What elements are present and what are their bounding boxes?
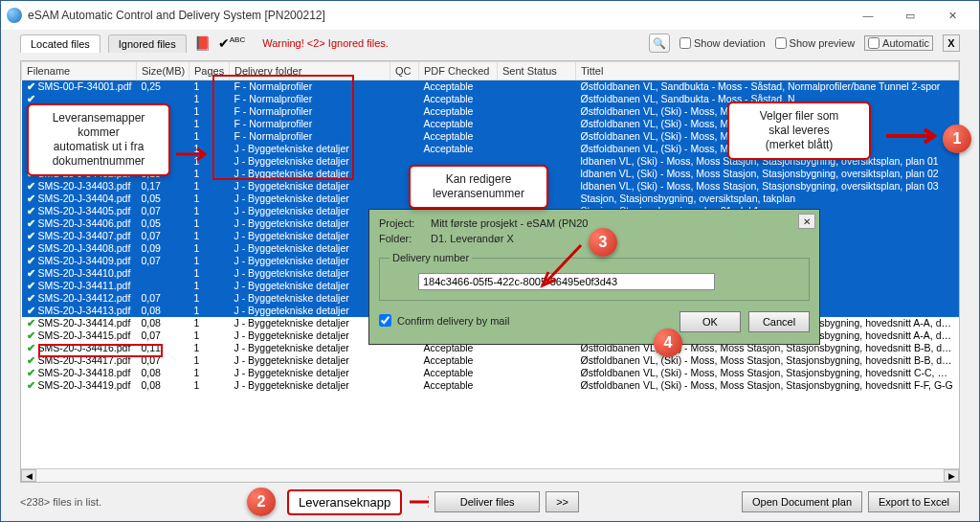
table-row[interactable]: ✔ SMS-00-F-34001.pdf0,251F - Normalprofi… xyxy=(22,80,959,94)
table-row[interactable]: ✔ SMS-20-J-34418.pdf0,081J - Byggeteknis… xyxy=(22,367,959,379)
cell-filename: ✔ SMS-20-J-34415.pdf xyxy=(22,329,137,342)
tab-ignored-files[interactable]: Ignored files xyxy=(108,34,187,53)
col-qc[interactable]: QC xyxy=(390,62,419,80)
open-document-plan-button[interactable]: Open Document plan xyxy=(742,491,862,512)
cell-filename: ✔ SMS-20-J-34419.pdf xyxy=(22,379,137,392)
cell-filename: ✔ SMS-20-J-34417.pdf xyxy=(22,354,137,367)
delivery-dialog: ✕ Project:Mitt første prosjekt - eSAM (P… xyxy=(368,209,820,345)
confirm-mail-label: Confirm delivery by mail xyxy=(397,315,509,327)
pdf-icon[interactable]: 📕 xyxy=(194,35,211,51)
callout-number-4: 4 xyxy=(654,329,682,357)
cell-filename: ✔ SMS-20-J-34407.pdf xyxy=(22,230,137,242)
app-icon xyxy=(7,8,22,23)
cell-filename: ✔ SMS-20-J-34414.pdf xyxy=(22,317,137,329)
warning-text: Warning! <2> Ignored files. xyxy=(262,37,389,49)
minimize-button[interactable]: — xyxy=(847,1,889,30)
cell-filename: ✔ SMS-20-J-34406.pdf xyxy=(22,217,137,230)
table-row[interactable]: ✔ SMS-20-J-34419.pdf0,081J - Byggeteknis… xyxy=(22,379,959,392)
folder-label: Folder: xyxy=(379,233,425,244)
table-row[interactable]: ✔ SMS-20-J-34417.pdf0,071J - Byggeteknis… xyxy=(22,354,959,367)
deliver-files-button[interactable]: Deliver files xyxy=(434,491,540,512)
title-bar: eSAM Automatic Control and Delivery Syst… xyxy=(1,1,979,30)
col-delivery-folder[interactable]: Delivery folder xyxy=(230,62,390,80)
cell-filename: ✔ SMS-20-J-34411.pdf xyxy=(22,280,137,292)
callout-leveransemapper: Leveransemapperkommerautomatisk ut i fra… xyxy=(27,103,170,176)
tab-located-files[interactable]: Located files xyxy=(20,34,100,53)
col-pdf-checked[interactable]: PDF Checked xyxy=(419,62,498,80)
close-button[interactable]: ✕ xyxy=(931,1,973,30)
callout-leveransemapper-text: Leveransemapperkommerautomatisk ut i fra… xyxy=(53,111,145,168)
horizontal-scrollbar[interactable]: ◀ ▶ xyxy=(21,468,959,482)
show-preview-checkbox[interactable]: Show preview xyxy=(775,37,855,49)
dialog-close-button[interactable]: ✕ xyxy=(798,214,815,229)
col-pages[interactable]: Pages xyxy=(189,62,230,80)
callout-number-3: 3 xyxy=(589,228,617,257)
cell-filename: ✔ SMS-20-J-34408.pdf xyxy=(22,242,137,255)
col-size-mb-[interactable]: Size(MB) xyxy=(137,62,189,80)
cell-filename: ✔ SMS-20-J-34418.pdf xyxy=(22,367,137,379)
export-to-excel-button[interactable]: Export to Excel xyxy=(868,491,960,512)
window-title: eSAM Automatic Control and Delivery Syst… xyxy=(28,9,325,22)
scroll-left-button[interactable]: ◀ xyxy=(21,469,36,482)
project-value: Mitt første prosjekt - eSAM (PN20 xyxy=(431,217,588,229)
cell-filename: ✔ SMS-20-J-34410.pdf xyxy=(22,267,137,280)
show-preview-label: Show preview xyxy=(790,37,855,49)
cell-filename: ✔ SMS-20-J-34405.pdf xyxy=(22,205,137,217)
app-window: eSAM Automatic Control and Delivery Syst… xyxy=(0,0,980,522)
callout-velger-filer: Velger filer somskal leveres(merket blåt… xyxy=(727,102,871,160)
callout-number-2: 2 xyxy=(247,488,276,516)
spellcheck-icon[interactable]: ✔ABC xyxy=(218,35,245,51)
col-tittel[interactable]: Tittel xyxy=(576,62,959,80)
cell-filename: ✔ SMS-20-J-34409.pdf xyxy=(22,255,137,267)
show-deviation-checkbox[interactable]: Show deviation xyxy=(679,37,766,49)
dialog-cancel-button[interactable]: Cancel xyxy=(748,311,810,332)
cell-filename: ✔ SMS-20-J-34404.pdf xyxy=(22,193,137,205)
folder-value: D1. Leverandør X xyxy=(431,233,514,244)
delivery-number-fieldset: Delivery number xyxy=(379,252,810,301)
cell-filename: ✔ SMS-20-J-34412.pdf xyxy=(22,292,137,305)
file-count: <238> files in list. xyxy=(20,496,101,508)
col-sent-status[interactable]: Sent Status xyxy=(498,62,576,80)
automatic-label: Automatic xyxy=(882,37,929,49)
automatic-checkbox[interactable]: Automatic xyxy=(864,35,933,51)
dialog-ok-button[interactable]: OK xyxy=(679,311,741,332)
cell-filename: ✔ SMS-20-J-34416.pdf xyxy=(22,342,137,354)
callout-redigere-text: Kan redigereleveransenummer xyxy=(433,172,524,200)
close-panel-button[interactable]: X xyxy=(943,34,960,52)
callout-velger-filer-text: Velger filer somskal leveres(merket blåt… xyxy=(760,109,839,151)
next-button[interactable]: >> xyxy=(546,491,579,512)
scroll-right-button[interactable]: ▶ xyxy=(944,469,959,482)
footer: <238> files in list. 2 Leveranseknapp De… xyxy=(1,483,979,521)
project-label: Project: xyxy=(379,217,425,229)
confirm-mail-checkbox[interactable] xyxy=(379,314,391,327)
callout-number-1: 1 xyxy=(943,125,971,153)
col-filename[interactable]: Filename xyxy=(22,62,137,80)
callout-leveranseknapp: Leveranseknapp xyxy=(287,489,402,515)
search-icon[interactable]: 🔍 xyxy=(649,34,670,53)
show-deviation-label: Show deviation xyxy=(694,37,766,49)
table-header-row: FilenameSize(MB)PagesDelivery folderQCPD… xyxy=(22,62,959,80)
delivery-number-legend: Delivery number xyxy=(390,252,472,263)
toolbar: Located files Ignored files 📕 ✔ABC Warni… xyxy=(1,30,979,55)
callout-redigere: Kan redigereleveransenummer xyxy=(409,165,548,209)
cell-filename: ✔ SMS-00-F-34001.pdf xyxy=(22,80,137,94)
cell-filename: ✔ SMS-20-J-34413.pdf xyxy=(22,305,137,317)
maximize-button[interactable]: ▭ xyxy=(889,1,931,30)
cell-filename: ✔ SMS-20-J-34403.pdf xyxy=(22,180,137,193)
